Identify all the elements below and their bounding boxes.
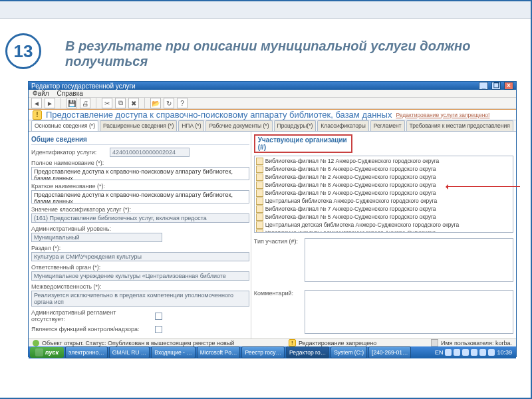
reg-missing-label: Административный регламент отсутствует:	[31, 309, 151, 323]
task-btn[interactable]: System (C:)	[331, 346, 367, 358]
slide-title: В результате при описании муниципальной …	[65, 39, 511, 69]
task-btn[interactable]: GMAIL RU …	[109, 346, 150, 358]
tab-procedures[interactable]: Процедуры(*)	[274, 120, 317, 131]
statusbar: Объект открыт. Статус: Опубликован в выш…	[29, 338, 516, 346]
warning-icon: !	[33, 110, 42, 120]
org-icon	[256, 205, 263, 213]
admin-level-select[interactable]: Муниципальный	[31, 233, 162, 242]
comment-label: Комментарий:	[254, 290, 302, 336]
task-btn[interactable]: Входящие - …	[151, 346, 195, 358]
cut-icon[interactable]: ✂	[102, 98, 112, 108]
print-icon[interactable]: 🖨	[80, 98, 90, 108]
tray-icon[interactable]	[479, 349, 486, 356]
nav-back-icon[interactable]: ◄	[31, 98, 42, 108]
menu-help[interactable]: Справка	[57, 90, 83, 97]
fullname-label: Полное наименование (*):	[31, 160, 249, 166]
save-icon[interactable]: 💾	[66, 98, 77, 108]
titlebar: Редактор государственной услуги _ ❐ ×	[29, 82, 516, 90]
copy-icon[interactable]: ⧉	[115, 98, 126, 108]
delete-icon[interactable]: ✖	[128, 98, 139, 108]
classifier-label: Значение классификатора услуг (*):	[31, 206, 249, 213]
tray-icon[interactable]	[471, 349, 477, 356]
task-btn-active[interactable]: Редактор го…	[286, 346, 329, 358]
type-box[interactable]	[305, 238, 513, 282]
right-panel: Участвующие организации (#) Библиотека-ф…	[251, 132, 516, 338]
org-item[interactable]: Библиотека-филиал № 12 Анжеро-Судженског…	[256, 157, 511, 165]
comment-box[interactable]	[305, 290, 513, 334]
shortname-field[interactable]: Предоставление доступа к справочно-поиск…	[31, 190, 249, 203]
org-icon	[256, 221, 263, 229]
tab-extended[interactable]: Расширенные сведения (*)	[100, 120, 177, 131]
task-btn[interactable]: Реестр госу…	[241, 346, 285, 358]
tabstrip: Основные сведения (*) Расширенные сведен…	[29, 120, 516, 132]
tab-npa[interactable]: НПА (*)	[178, 120, 204, 131]
status-warning-icon: !	[289, 339, 296, 346]
org-item[interactable]: Библиотека-филиал № 2 Анжеро-Судженского…	[256, 173, 511, 181]
refresh-icon[interactable]: ↻	[164, 98, 174, 108]
fullname-field[interactable]: Предоставление доступа к справочно-поиск…	[31, 167, 249, 180]
task-btn[interactable]: [240-269-01…	[368, 346, 411, 358]
org-item[interactable]: Центральная детская библиотека Анжеро-Су…	[256, 221, 511, 229]
close-button[interactable]: ×	[504, 82, 513, 90]
tab-requirements[interactable]: Требования к местам предоставления	[406, 120, 513, 131]
status-dot-icon	[33, 340, 39, 346]
org-item[interactable]: Библиотека-филиал № 7 Анжеро-Судженского…	[256, 205, 511, 213]
main-area: Общие сведения Идентификатор услуги: 424…	[29, 132, 516, 338]
org-header: Участвующие организации (#)	[254, 134, 352, 153]
clock: 10:39	[497, 349, 512, 356]
start-button[interactable]: пуск	[30, 347, 64, 358]
org-icon	[256, 229, 263, 233]
tab-classifiers[interactable]: Классификаторы	[317, 120, 368, 131]
status-mid: Редактирование запрещено	[299, 340, 376, 346]
control-checkbox[interactable]	[155, 326, 162, 333]
section-label: Раздел (*):	[31, 245, 249, 251]
org-icon	[256, 198, 263, 205]
inter-select[interactable]: Реализуется исключительно в пределах ком…	[31, 291, 249, 307]
minimize-button[interactable]: _	[479, 82, 488, 90]
taskbar: пуск электронно… GMAIL RU … Входящие - ……	[29, 346, 516, 358]
org-item[interactable]: Управление культуры администрации города…	[256, 229, 511, 233]
org-item[interactable]: Библиотека-филиал № 9 Анжеро-Судженского…	[256, 189, 511, 197]
tray-icon[interactable]	[454, 349, 460, 356]
org-item[interactable]: Библиотека-филиал № 8 Анжеро-Судженского…	[256, 181, 511, 189]
control-label: Является функцией контроля/надзора:	[31, 326, 151, 332]
task-btn[interactable]: электронно…	[65, 346, 108, 358]
tab-workdocs[interactable]: Рабочие документы (*)	[205, 120, 272, 131]
section-select[interactable]: Культура и СМИ\Учреждения культуры	[31, 252, 249, 261]
id-label: Идентификатор услуги:	[31, 149, 104, 156]
status-left: Объект открыт. Статус: Опубликован в выш…	[42, 340, 234, 346]
left-panel: Общие сведения Идентификатор услуги: 424…	[29, 132, 251, 338]
org-icon	[256, 190, 263, 197]
tab-reglament[interactable]: Регламент	[370, 120, 405, 131]
reg-missing-checkbox[interactable]	[155, 313, 162, 320]
user-icon	[431, 339, 438, 346]
window-title: Редактор государственной услуги	[31, 82, 136, 90]
app-window: Редактор государственной услуги _ ❐ × Фа…	[28, 81, 517, 357]
section-title: Общие сведения	[31, 134, 249, 145]
task-btn[interactable]: Microsoft Po…	[197, 346, 241, 358]
tray-icon[interactable]	[462, 349, 469, 356]
classifier-select[interactable]: (161) Предоставление библиотечных услуг,…	[31, 213, 249, 223]
shortname-label: Краткое наименование (*):	[31, 183, 249, 190]
slide-top-band	[0, 1, 531, 19]
org-item[interactable]: Библиотека-филиал № 5 Анжеро-Судженского…	[256, 213, 511, 221]
folder-icon[interactable]: 📂	[150, 98, 161, 108]
help-icon[interactable]: ?	[177, 98, 188, 108]
maximize-button[interactable]: ❐	[491, 82, 501, 90]
tray-icon[interactable]	[488, 349, 495, 356]
org-item[interactable]: Центральная библиотека Анжеро-Судженског…	[256, 197, 511, 205]
org-item[interactable]: Библиотека-филиал № 6 Анжеро-Судженского…	[256, 165, 511, 173]
tab-basic[interactable]: Основные сведения (*)	[31, 120, 98, 131]
type-label: Тип участия (#):	[254, 238, 302, 285]
document-header: ! Предоставление доступа к справочно-пои…	[29, 109, 516, 120]
lang-indicator[interactable]: EN	[435, 349, 444, 356]
document-subtitle: Редактирование услуги запрещено!	[396, 112, 489, 118]
admin-level-label: Административный уровень:	[31, 225, 249, 232]
slide-number: 13	[5, 33, 41, 69]
menu-file[interactable]: Файл	[33, 90, 49, 97]
toolbar: ◄ ► 💾 🖨 ✂ ⧉ ✖ 📂 ↻ ?	[29, 98, 516, 109]
resp-select[interactable]: Муниципальное учреждение культуры «Центр…	[31, 271, 249, 281]
org-list[interactable]: Библиотека-филиал № 12 Анжеро-Судженског…	[254, 156, 513, 233]
nav-fwd-icon[interactable]: ►	[45, 98, 55, 108]
tray-icon[interactable]	[445, 349, 452, 356]
